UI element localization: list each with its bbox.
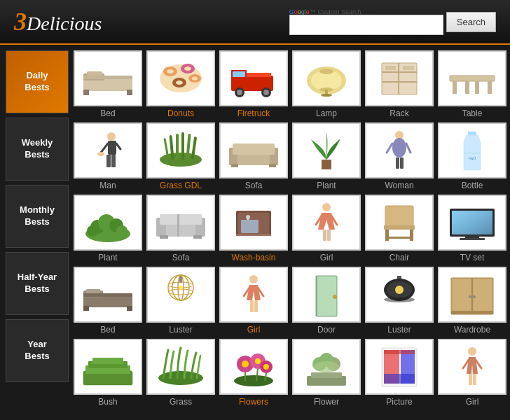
svg-point-155 bbox=[263, 364, 269, 370]
grid-item-bed2[interactable]: Bed bbox=[73, 267, 143, 335]
sidebar-item-daily[interactable]: DailyBests bbox=[6, 50, 69, 113]
svg-rect-90 bbox=[236, 234, 271, 236]
grid-item-firetruck-label: Firetruck bbox=[237, 108, 270, 118]
grid-item-grass-gdl[interactable]: Grass GDL bbox=[146, 122, 216, 190]
svg-point-50 bbox=[160, 153, 202, 167]
grid-item-chair[interactable]: Chair bbox=[364, 195, 434, 262]
search-input[interactable] bbox=[289, 15, 443, 35]
svg-rect-170 bbox=[469, 374, 472, 385]
grid-item-grass[interactable]: Grass bbox=[146, 339, 216, 407]
grid-item-picture-img bbox=[365, 339, 434, 395]
grid-item-luster2[interactable]: Luster bbox=[364, 267, 434, 335]
svg-point-26 bbox=[319, 69, 333, 74]
grid-row-halfyear: Bed Luster bbox=[73, 267, 507, 335]
search-button[interactable]: Search bbox=[446, 12, 496, 32]
grid-item-girl-monthly[interactable]: Girl bbox=[291, 195, 361, 262]
grid-item-bed[interactable]: Bed bbox=[73, 50, 143, 118]
svg-point-134 bbox=[384, 297, 415, 302]
grid-item-bush[interactable]: Bush bbox=[73, 339, 143, 407]
svg-rect-22 bbox=[247, 73, 271, 77]
grid-item-rack-img bbox=[365, 50, 434, 106]
search-input-wrapper: Google™ Custom Search bbox=[289, 8, 443, 35]
grid-item-lamp-label: Lamp bbox=[316, 108, 337, 118]
grid-item-man[interactable]: Man bbox=[73, 122, 143, 190]
svg-point-65 bbox=[392, 138, 406, 158]
grid-item-luster-label: Luster bbox=[169, 325, 192, 335]
grid-item-table-label: Table bbox=[462, 108, 483, 118]
svg-rect-42 bbox=[475, 81, 479, 94]
grid-item-plant-monthly[interactable]: Plant bbox=[73, 195, 143, 262]
grid-item-luster[interactable]: Luster bbox=[146, 267, 216, 335]
grid-item-rack[interactable]: Rack bbox=[364, 50, 434, 118]
grid-item-sofa-monthly-img bbox=[146, 195, 215, 251]
sidebar-item-year-label: YearBests bbox=[25, 339, 49, 363]
grid-item-bed2-img bbox=[74, 267, 142, 323]
svg-point-8 bbox=[167, 69, 174, 74]
grid-item-man-label: Man bbox=[99, 181, 116, 190]
grid-item-door[interactable]: Door bbox=[291, 267, 361, 335]
grid-item-picture-label: Picture bbox=[386, 397, 412, 407]
search-area: Google™ Custom Search Search bbox=[289, 8, 496, 35]
svg-rect-109 bbox=[86, 289, 100, 294]
grid-item-plant-weekly[interactable]: Plant bbox=[291, 122, 361, 190]
grid-item-luster2-img bbox=[365, 267, 434, 323]
grid-item-sofa-monthly[interactable]: Sofa bbox=[146, 195, 216, 262]
svg-line-67 bbox=[406, 144, 411, 153]
svg-line-66 bbox=[387, 144, 392, 153]
grid-item-tvset-img bbox=[438, 195, 506, 251]
grid-item-girl3[interactable]: Girl bbox=[437, 339, 507, 407]
svg-rect-82 bbox=[160, 214, 202, 225]
grid-item-girl2[interactable]: Girl bbox=[219, 267, 289, 335]
grid-item-wardrobe[interactable]: Wardrobe bbox=[437, 267, 507, 335]
svg-rect-71 bbox=[464, 153, 481, 154]
grid-item-washbasin[interactable]: Wash-basin bbox=[219, 195, 289, 262]
grid-item-girl2-label: Girl bbox=[247, 325, 261, 335]
grid-item-bottle[interactable]: H₂O Bottle bbox=[437, 122, 507, 190]
svg-line-45 bbox=[101, 144, 108, 153]
grid-item-bed-img bbox=[74, 50, 142, 106]
svg-rect-111 bbox=[83, 306, 89, 311]
sidebar-item-halfyear[interactable]: Half-YearBests bbox=[6, 252, 69, 315]
svg-point-12 bbox=[176, 80, 183, 85]
svg-rect-61 bbox=[231, 164, 238, 167]
svg-rect-138 bbox=[453, 279, 471, 313]
svg-rect-69 bbox=[400, 158, 404, 169]
grid-item-lamp[interactable]: Lamp bbox=[291, 50, 361, 118]
svg-rect-142 bbox=[451, 311, 493, 314]
grid-item-tvset[interactable]: TV set bbox=[437, 195, 507, 262]
grid-item-girl-monthly-label: Girl bbox=[320, 253, 333, 262]
grid-item-woman[interactable]: Woman bbox=[364, 122, 434, 190]
grid-item-sofa-weekly[interactable]: Sofa bbox=[219, 122, 289, 190]
svg-rect-157 bbox=[311, 372, 342, 378]
svg-rect-84 bbox=[193, 235, 202, 239]
sidebar-item-year[interactable]: YearBests bbox=[6, 319, 69, 382]
grid-item-flower[interactable]: Flower bbox=[291, 339, 361, 407]
grid-item-table[interactable]: Table bbox=[437, 50, 507, 118]
grid-item-donuts[interactable]: Donuts bbox=[146, 50, 216, 118]
sidebar-item-monthly[interactable]: MonthlyBests bbox=[6, 185, 69, 248]
svg-point-29 bbox=[321, 94, 332, 97]
grid-item-bed2-label: Bed bbox=[100, 325, 115, 335]
grid-item-bed-label: Bed bbox=[100, 108, 115, 118]
svg-point-151 bbox=[242, 360, 249, 368]
svg-point-91 bbox=[322, 203, 331, 211]
grid-item-rack-label: Rack bbox=[390, 108, 408, 118]
grid-item-flowers[interactable]: Flowers bbox=[219, 339, 289, 407]
svg-rect-39 bbox=[453, 81, 457, 94]
grid-item-washbasin-label: Wash-basin bbox=[232, 253, 276, 262]
grid-item-sofa-weekly-img bbox=[219, 122, 288, 178]
grid-item-firetruck-img bbox=[219, 50, 288, 106]
grid-item-bottle-img: H₂O bbox=[438, 122, 506, 178]
grid-item-firetruck[interactable]: Firetruck bbox=[219, 50, 289, 118]
svg-rect-99 bbox=[385, 230, 389, 241]
grid-item-grass-img bbox=[146, 339, 215, 395]
grid-item-flowers-img bbox=[219, 339, 288, 395]
svg-rect-35 bbox=[385, 66, 396, 70]
grid-item-girl2-img bbox=[219, 267, 288, 323]
svg-rect-106 bbox=[460, 238, 485, 240]
grid-item-sofa-monthly-label: Sofa bbox=[172, 253, 190, 262]
grid-item-picture[interactable]: Picture bbox=[364, 339, 434, 407]
svg-rect-101 bbox=[385, 237, 413, 239]
grid-item-wardrobe-img bbox=[438, 267, 506, 323]
sidebar-item-weekly[interactable]: WeeklyBests bbox=[6, 118, 69, 181]
